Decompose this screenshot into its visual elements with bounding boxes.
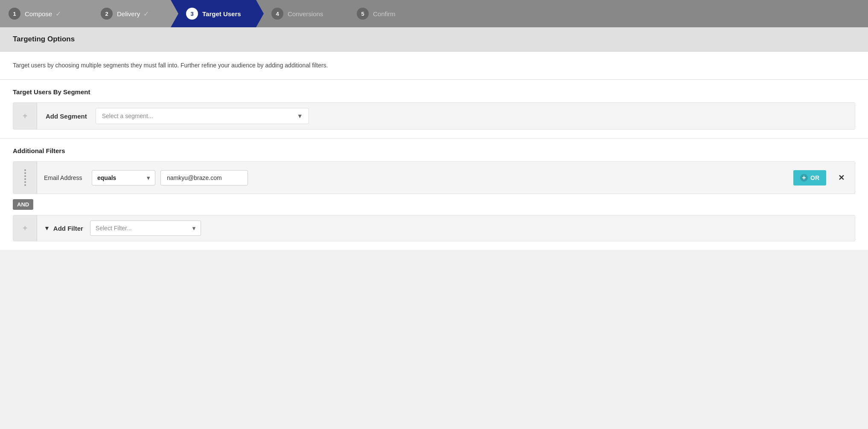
wizard-step-confirm[interactable]: 5 Confirm — [341, 0, 427, 27]
remove-filter-button[interactable]: ✕ — [835, 173, 848, 183]
segment-subsection: Target Users By Segment + Add Segment Se… — [0, 80, 868, 139]
add-segment-row: + Add Segment Select a segment... ▼ — [13, 102, 855, 130]
add-segment-label: Add Segment — [37, 113, 96, 120]
check-icon-compose: ✓ — [55, 10, 61, 18]
dots-icon — [24, 169, 26, 186]
filter-operator-wrapper: equals does not equal is blank is not bl… — [92, 170, 155, 186]
wizard-bar: 1 Compose ✓ 2 Delivery ✓ 3 Target Users … — [0, 0, 868, 27]
segment-select-wrapper: Select a segment... ▼ — [96, 108, 309, 124]
add-filter-plus-icon: + — [13, 215, 37, 241]
step-number-4: 4 — [271, 8, 283, 20]
step-label-confirm: Confirm — [373, 10, 396, 17]
add-filter-content: ▼ Add Filter Select Filter... ▼ — [37, 215, 208, 241]
or-plus-icon: + — [800, 174, 808, 182]
step-label-compose: Compose — [25, 10, 52, 17]
filter-drag-handle — [13, 162, 37, 194]
filter-operator-select[interactable]: equals does not equal is blank is not bl… — [92, 170, 155, 186]
step-label-conversions: Conversions — [288, 10, 323, 17]
step-number-3: 3 — [186, 8, 198, 20]
targeting-options-header: Targeting Options — [0, 27, 868, 52]
add-filter-label-text: Add Filter — [53, 225, 83, 232]
or-button[interactable]: + OR — [793, 170, 826, 186]
segment-section-title: Target Users By Segment — [13, 88, 855, 96]
wizard-step-conversions[interactable]: 4 Conversions — [256, 0, 341, 27]
add-filter-select-wrapper: Select Filter... ▼ — [90, 220, 201, 236]
or-button-label: OR — [810, 174, 819, 181]
filter-funnel-icon: ▼ — [44, 225, 50, 232]
filters-section: Additional Filters Email Address equals — [0, 139, 868, 250]
add-filter-label: ▼ Add Filter — [44, 225, 83, 232]
add-filter-select[interactable]: Select Filter... — [90, 220, 201, 236]
email-filter-row: Email Address equals does not equal is b… — [13, 161, 855, 194]
step-number-5: 5 — [357, 8, 369, 20]
and-label: AND — [13, 199, 33, 210]
filter-value-input[interactable] — [160, 170, 248, 186]
filter-field-name: Email Address — [44, 174, 87, 181]
and-connector: AND — [13, 194, 855, 215]
step-label-target-users: Target Users — [202, 10, 241, 17]
check-icon-delivery: ✓ — [143, 10, 149, 18]
targeting-description: Target users by choosing multiple segmen… — [0, 52, 868, 80]
wizard-step-compose[interactable]: 1 Compose ✓ — [0, 0, 85, 27]
segment-select[interactable]: Select a segment... — [96, 108, 309, 124]
filters-section-title: Additional Filters — [13, 147, 855, 154]
segment-drag-handle: + — [13, 103, 37, 129]
add-filter-row: + ▼ Add Filter Select Filter... ▼ — [13, 215, 855, 241]
targeting-description-text: Target users by choosing multiple segmen… — [13, 62, 328, 69]
filter-row-content: Email Address equals does not equal is b… — [37, 165, 855, 191]
step-number-1: 1 — [9, 8, 20, 20]
targeting-options-title: Targeting Options — [13, 35, 855, 43]
step-number-2: 2 — [101, 8, 113, 20]
step-label-delivery: Delivery — [117, 10, 140, 17]
wizard-step-delivery[interactable]: 2 Delivery ✓ — [85, 0, 171, 27]
wizard-step-target-users[interactable]: 3 Target Users — [171, 0, 256, 27]
main-content: Targeting Options Target users by choosi… — [0, 27, 868, 250]
